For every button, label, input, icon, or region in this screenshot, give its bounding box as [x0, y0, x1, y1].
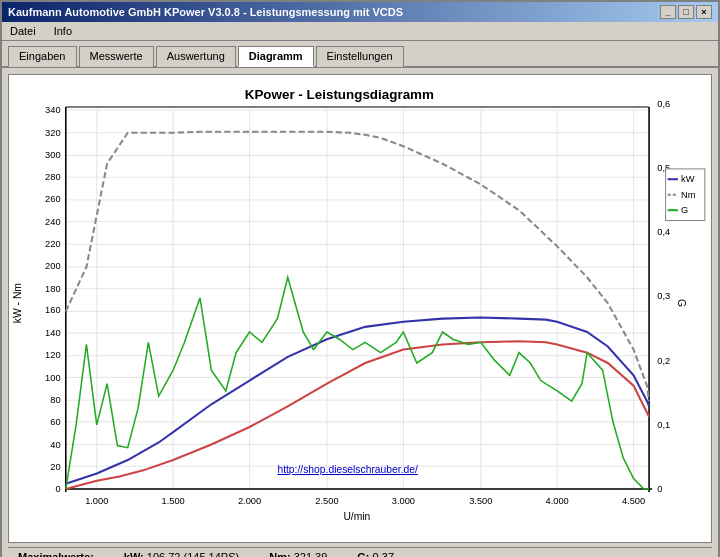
svg-text:200: 200 — [45, 261, 60, 271]
tab-diagramm[interactable]: Diagramm — [238, 46, 314, 67]
menu-info[interactable]: Info — [50, 24, 76, 38]
svg-text:4.000: 4.000 — [546, 496, 569, 506]
svg-text:G: G — [676, 299, 687, 307]
svg-text:240: 240 — [45, 217, 60, 227]
svg-text:20: 20 — [50, 462, 60, 472]
svg-text:0,6: 0,6 — [657, 99, 670, 109]
svg-text:0,4: 0,4 — [657, 227, 670, 237]
maximalwerte-label: Maximalwerte: — [18, 551, 94, 557]
svg-text:180: 180 — [45, 284, 60, 294]
tab-messwerte[interactable]: Messwerte — [79, 46, 154, 67]
menu-bar: Datei Info — [2, 22, 718, 41]
svg-text:0,2: 0,2 — [657, 356, 670, 366]
content-area: KPower - Leistungsdiagramm — [2, 68, 718, 557]
svg-text:100: 100 — [45, 373, 60, 383]
svg-text:2.000: 2.000 — [238, 496, 261, 506]
svg-text:320: 320 — [45, 128, 60, 138]
svg-text:Nm: Nm — [681, 190, 696, 200]
svg-text:220: 220 — [45, 239, 60, 249]
tab-eingaben[interactable]: Eingaben — [8, 46, 77, 67]
svg-text:40: 40 — [50, 440, 60, 450]
minimize-button[interactable]: _ — [660, 5, 676, 19]
chart-svg: KPower - Leistungsdiagramm — [9, 75, 711, 542]
svg-text:kW - Nm: kW - Nm — [12, 283, 23, 323]
window-controls: _ □ × — [660, 5, 712, 19]
svg-text:http://shop.dieselschrauber.de: http://shop.dieselschrauber.de/ — [277, 464, 418, 475]
svg-text:0,3: 0,3 — [657, 291, 670, 301]
svg-text:KPower - Leistungsdiagramm: KPower - Leistungsdiagramm — [245, 87, 434, 102]
svg-text:0,1: 0,1 — [657, 420, 670, 430]
svg-text:G: G — [681, 205, 688, 215]
chart-container: KPower - Leistungsdiagramm — [8, 74, 712, 543]
tab-bar: Eingaben Messwerte Auswertung Diagramm E… — [2, 41, 718, 68]
window-title: Kaufmann Automotive GmbH KPower V3.0.8 -… — [8, 6, 403, 18]
tab-auswertung[interactable]: Auswertung — [156, 46, 236, 67]
title-bar: Kaufmann Automotive GmbH KPower V3.0.8 -… — [2, 2, 718, 22]
maximize-button[interactable]: □ — [678, 5, 694, 19]
nm-label: Nm: 321,39 — [269, 551, 327, 557]
svg-text:300: 300 — [45, 150, 60, 160]
svg-text:120: 120 — [45, 350, 60, 360]
svg-text:U/min: U/min — [343, 511, 370, 522]
close-button[interactable]: × — [696, 5, 712, 19]
svg-text:3.500: 3.500 — [469, 496, 492, 506]
svg-text:0: 0 — [657, 484, 662, 494]
svg-text:0: 0 — [55, 484, 60, 494]
svg-text:1.000: 1.000 — [85, 496, 108, 506]
svg-text:160: 160 — [45, 305, 60, 315]
status-bar: Maximalwerte: kW: 106,72 (145,14PS) Nm: … — [8, 547, 712, 557]
svg-text:1.500: 1.500 — [162, 496, 185, 506]
svg-text:140: 140 — [45, 328, 60, 338]
menu-datei[interactable]: Datei — [6, 24, 40, 38]
svg-text:3.000: 3.000 — [392, 496, 415, 506]
svg-text:340: 340 — [45, 105, 60, 115]
svg-text:80: 80 — [50, 395, 60, 405]
kw-label: kW: 106,72 (145,14PS) — [124, 551, 239, 557]
svg-text:4.500: 4.500 — [622, 496, 645, 506]
svg-text:kW: kW — [681, 174, 695, 184]
tab-einstellungen[interactable]: Einstellungen — [316, 46, 404, 67]
main-window: Kaufmann Automotive GmbH KPower V3.0.8 -… — [0, 0, 720, 557]
svg-text:60: 60 — [50, 417, 60, 427]
g-label: G: 0,37 — [357, 551, 394, 557]
svg-text:280: 280 — [45, 172, 60, 182]
svg-text:2.500: 2.500 — [315, 496, 338, 506]
svg-text:260: 260 — [45, 194, 60, 204]
